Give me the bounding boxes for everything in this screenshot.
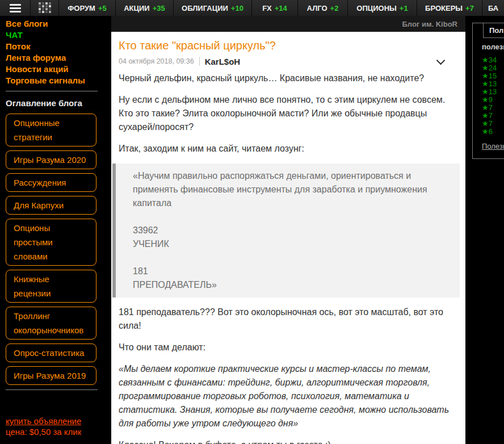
sidebar-link-all-blogs[interactable]: Все блоги: [6, 18, 111, 30]
post-title[interactable]: Кто такие "красный циркуль"?: [119, 39, 451, 52]
rating-item[interactable]: ★13: [482, 80, 504, 88]
ad-price: цена: $0,50 за клик: [6, 427, 111, 437]
rating-item[interactable]: ★7: [482, 120, 504, 128]
tab-brokers-count: +7: [465, 4, 474, 12]
ad-block: купить объявление цена: $0,50 за клик на…: [6, 416, 111, 444]
blog-header-bar: Блог им. KiboR: [111, 16, 465, 32]
rating-item[interactable]: ★6: [482, 128, 504, 136]
sidebar-link-trade-signals[interactable]: Торговые сигналы: [6, 75, 111, 86]
paragraph-5: Что они там делают:: [119, 341, 451, 354]
tab-options-count: +1: [400, 4, 408, 12]
main-content: Блог им. KiboR Кто такие "красный циркул…: [111, 16, 465, 444]
logo-button[interactable]: [30, 0, 58, 16]
tab-fx[interactable]: FX+14: [251, 0, 297, 16]
tab-brokers[interactable]: БРОКЕРЫ+7: [417, 0, 482, 16]
toc-item-options-simple[interactable]: Опционы простыми словами: [6, 219, 96, 266]
sidebar: Все блоги ЧАТ Поток Лента форума Новости…: [0, 16, 111, 444]
paragraph-2: Ну если с дельфином мне лично все понятн…: [119, 93, 451, 134]
right-panel-body: полезн ★34 ★24 ★15 ★13 ★13 ★9 ★7 ★7 ★7 ★…: [473, 38, 504, 150]
blog-name[interactable]: Блог им. KiboR: [402, 20, 458, 28]
sidebar-link-stream[interactable]: Поток: [6, 41, 111, 52]
tab-banks-cut[interactable]: БА: [482, 0, 504, 16]
paragraph-3: Итак, заходим к ним на сайт, читаем лозу…: [119, 142, 451, 156]
rating-list: ★34 ★24 ★15 ★13 ★13 ★9 ★7 ★7 ★7 ★6: [482, 56, 504, 136]
right-panel-tab[interactable]: Пол: [483, 23, 504, 38]
toc-item-book-reviews[interactable]: Книжные рецензии: [6, 270, 96, 303]
right-panel: Пол полезн ★34 ★24 ★15 ★13 ★13 ★9 ★7 ★7 …: [472, 23, 504, 159]
chevron-down-icon[interactable]: [436, 56, 446, 65]
tab-banks-label: БА: [488, 4, 498, 12]
tab-brokers-label: БРОКЕРЫ: [425, 4, 463, 12]
rating-item[interactable]: ★7: [482, 104, 504, 112]
rating-item[interactable]: ★15: [482, 72, 504, 80]
tab-algo-count: +2: [330, 4, 339, 12]
sidebar-link-chat[interactable]: ЧАТ: [6, 30, 111, 41]
hamburger-icon: [10, 4, 21, 12]
paragraph-6-italic: «Мы делаем короткие практические курсы и…: [119, 362, 451, 430]
toc-item-mind-games-2019[interactable]: Игры Разума 2019: [6, 366, 96, 385]
tab-forum[interactable]: ФОРУМ+5: [58, 0, 115, 16]
rating-item[interactable]: ★24: [482, 64, 504, 72]
tab-stocks-count: +35: [153, 4, 165, 12]
toc-item-option-strategies[interactable]: Опционные стратегии: [6, 114, 96, 146]
toc-item-reasoning[interactable]: Рассуждения: [6, 173, 96, 192]
rating-item[interactable]: ★7: [482, 112, 504, 120]
buy-ad-link[interactable]: купить объявление: [6, 416, 111, 426]
divider: [6, 91, 98, 91]
tab-options-label: ОПЦИОНЫ: [356, 4, 397, 12]
tab-bonds[interactable]: ОБЛИГАЦИИ+10: [173, 0, 251, 16]
toc-item-poll-stats[interactable]: Опрос-статистика: [6, 344, 96, 362]
toc-item-for-karpukha[interactable]: Для Карпухи: [6, 196, 96, 215]
toc-item-trolling[interactable]: Троллинг околорыночников: [6, 307, 96, 340]
tab-fx-label: FX: [262, 4, 272, 12]
menu-button[interactable]: [0, 0, 30, 16]
pixel-logo-icon: [37, 2, 52, 14]
post-date: 04 октября 2018, 09:36: [119, 57, 194, 65]
rating-item[interactable]: ★9: [482, 96, 504, 104]
post-meta: 04 октября 2018, 09:36 KarL$oH: [119, 56, 451, 67]
tab-forum-label: ФОРУМ: [68, 4, 95, 12]
sidebar-link-stock-news[interactable]: Новости акций: [6, 64, 111, 75]
tab-options[interactable]: ОПЦИОНЫ+1: [347, 0, 417, 16]
paragraph-4: 181 преподаватель??? Вот это околорыночн…: [119, 305, 451, 333]
tab-bonds-count: +10: [231, 4, 243, 12]
sidebar-link-forum-feed[interactable]: Лента форума: [6, 52, 111, 64]
paragraph-1: Черный дельфин, красный циркуль… Красивы…: [119, 72, 451, 85]
right-panel-subtitle: полезн: [482, 43, 504, 51]
meta-separator: [199, 57, 200, 66]
article: Кто такие "красный циркуль"? 04 октября …: [111, 32, 465, 444]
tab-bonds-label: ОБЛИГАЦИИ: [182, 4, 228, 12]
tab-algo[interactable]: АЛГО+2: [297, 0, 347, 16]
rating-item[interactable]: ★13: [482, 88, 504, 96]
rating-item[interactable]: ★34: [482, 56, 504, 64]
page: ФОРУМ+5 АКЦИИ+35 ОБЛИГАЦИИ+10 FX+14 АЛГО…: [0, 0, 504, 444]
tab-forum-count: +5: [98, 4, 107, 12]
blockquote: «Научим правильно распоряжаться деньгами…: [112, 164, 460, 298]
top-nav: ФОРУМ+5 АКЦИИ+35 ОБЛИГАЦИИ+10 FX+14 АЛГО…: [0, 0, 504, 16]
tab-fx-count: +14: [275, 4, 287, 12]
tab-algo-label: АЛГО: [307, 4, 327, 12]
tab-stocks-label: АКЦИИ: [124, 4, 150, 12]
paragraph-7: Классно! Вечером в буфете, а утром ты в …: [119, 438, 451, 444]
toc-heading: Оглавление блога: [6, 98, 111, 108]
toc-item-mind-games-2020[interactable]: Игры Разума 2020: [6, 150, 96, 169]
divider: [6, 389, 98, 390]
post-author[interactable]: KarL$oH: [205, 57, 241, 66]
right-panel-link[interactable]: Полезн: [482, 142, 504, 150]
tab-stocks[interactable]: АКЦИИ+35: [115, 0, 173, 16]
